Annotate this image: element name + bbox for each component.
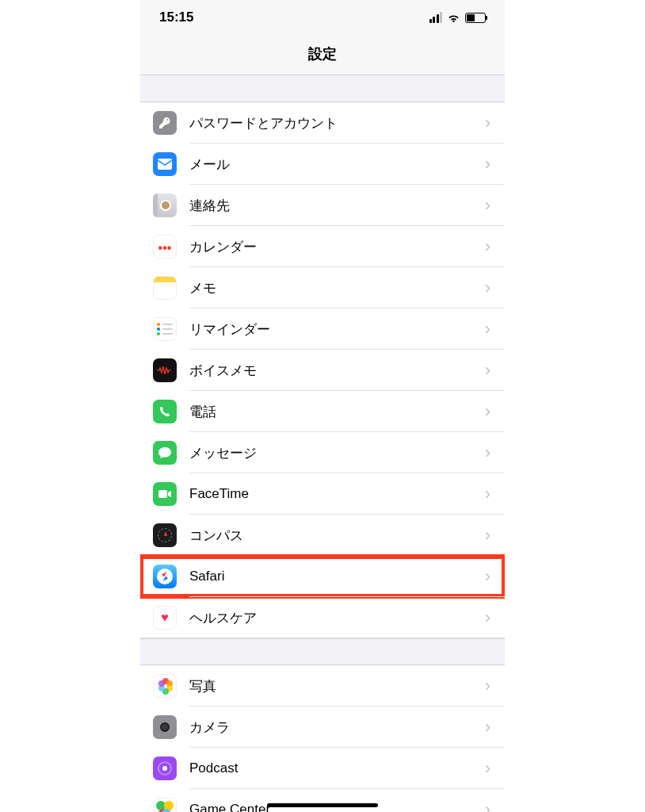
row-calendar[interactable]: ••• カレンダー › xyxy=(140,226,505,267)
chevron-right-icon: › xyxy=(479,154,505,174)
row-voice-memo[interactable]: ボイスメモ › xyxy=(140,350,505,391)
row-podcast[interactable]: Podcast › xyxy=(140,748,505,789)
row-label: メール xyxy=(189,155,479,174)
chevron-right-icon: › xyxy=(479,717,505,737)
row-label: ヘルスケア xyxy=(189,609,479,627)
settings-list-group-2: 写真 › カメラ › Podcast › Game Center › xyxy=(140,665,505,812)
row-label: メモ xyxy=(189,279,479,297)
health-icon: ♥ xyxy=(153,606,177,630)
section-spacer xyxy=(140,638,505,665)
wifi-icon xyxy=(447,13,460,23)
chevron-right-icon: › xyxy=(479,401,505,422)
svg-rect-1 xyxy=(158,490,167,498)
row-phone[interactable]: 電話 › xyxy=(140,391,505,432)
row-label: カレンダー xyxy=(189,238,479,256)
row-label: メッセージ xyxy=(189,444,479,462)
chevron-right-icon: › xyxy=(479,278,505,298)
row-label: カメラ xyxy=(189,718,479,737)
phone-icon xyxy=(153,400,177,423)
chevron-right-icon: › xyxy=(479,758,505,779)
compass-icon xyxy=(153,523,177,547)
row-label: パスワードとアカウント xyxy=(189,114,479,132)
settings-list-group-1: パスワードとアカウント › メール › 連絡先 › ••• カレンダー › メモ… xyxy=(140,102,505,638)
notes-icon xyxy=(153,276,177,300)
row-label: Safari xyxy=(189,569,479,584)
chevron-right-icon: › xyxy=(479,442,505,463)
chevron-right-icon: › xyxy=(479,676,505,696)
status-time: 15:15 xyxy=(159,10,193,25)
photos-icon xyxy=(153,674,177,698)
row-label: ボイスメモ xyxy=(189,362,479,380)
row-passwords[interactable]: パスワードとアカウント › xyxy=(140,102,505,144)
cellular-signal-icon xyxy=(429,12,443,23)
row-health[interactable]: ♥ ヘルスケア › xyxy=(140,597,505,638)
safari-icon xyxy=(153,565,177,588)
row-contacts[interactable]: 連絡先 › xyxy=(140,185,505,226)
chevron-right-icon: › xyxy=(479,566,505,587)
row-label: 連絡先 xyxy=(189,197,479,215)
chevron-right-icon: › xyxy=(479,799,505,812)
voice-memo-icon xyxy=(153,358,177,382)
row-compass[interactable]: コンパス › xyxy=(140,515,505,556)
home-indicator[interactable] xyxy=(267,803,378,807)
chevron-right-icon: › xyxy=(479,195,505,216)
row-game-center[interactable]: Game Center › xyxy=(140,789,505,812)
row-label: リマインダー xyxy=(189,320,479,339)
row-safari[interactable]: Safari › xyxy=(140,556,505,597)
chevron-right-icon: › xyxy=(479,360,505,381)
chevron-right-icon: › xyxy=(479,236,505,257)
row-facetime[interactable]: FaceTime › xyxy=(140,473,505,515)
status-bar: 15:15 xyxy=(140,0,505,35)
row-notes[interactable]: メモ › xyxy=(140,267,505,308)
row-label: FaceTime xyxy=(189,486,479,502)
camera-icon xyxy=(153,715,177,739)
reminders-icon xyxy=(153,317,177,341)
row-label: 写真 xyxy=(189,677,479,695)
key-icon xyxy=(153,111,177,135)
row-label: 電話 xyxy=(189,403,479,421)
podcast-icon xyxy=(153,756,177,780)
row-label: コンパス xyxy=(189,527,479,545)
chevron-right-icon: › xyxy=(479,319,505,339)
calendar-icon: ••• xyxy=(153,235,177,259)
page-title: 設定 xyxy=(140,35,505,75)
battery-icon xyxy=(465,13,486,23)
chevron-right-icon: › xyxy=(479,484,505,504)
settings-screen: 15:15 設定 パスワードとアカウント › メール › 連絡先 › ••• カ… xyxy=(140,0,505,812)
section-spacer xyxy=(140,75,505,102)
messages-icon xyxy=(153,441,177,465)
row-camera[interactable]: カメラ › xyxy=(140,707,505,748)
svg-rect-0 xyxy=(158,159,172,170)
chevron-right-icon: › xyxy=(479,607,505,628)
chevron-right-icon: › xyxy=(479,113,505,133)
row-messages[interactable]: メッセージ › xyxy=(140,432,505,473)
contacts-icon xyxy=(153,193,177,217)
row-mail[interactable]: メール › xyxy=(140,144,505,185)
status-indicators xyxy=(429,12,487,23)
row-label: Podcast xyxy=(189,760,479,776)
row-photos[interactable]: 写真 › xyxy=(140,665,505,707)
facetime-icon xyxy=(153,482,177,506)
mail-icon xyxy=(153,152,177,176)
chevron-right-icon: › xyxy=(479,525,505,546)
game-center-icon xyxy=(153,798,177,812)
row-reminders[interactable]: リマインダー › xyxy=(140,308,505,350)
